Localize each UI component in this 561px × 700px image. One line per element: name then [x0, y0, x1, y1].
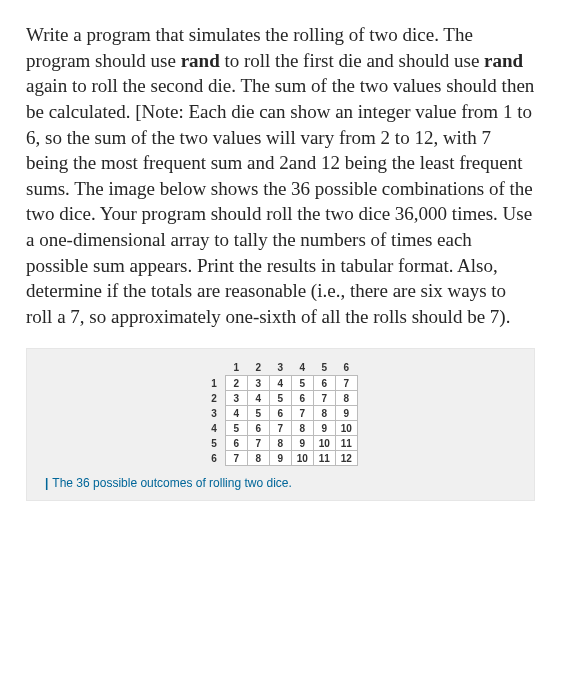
- row-header: 6: [203, 451, 225, 466]
- col-header: 6: [335, 361, 357, 376]
- col-header: 5: [313, 361, 335, 376]
- table-cell: 3: [247, 376, 269, 391]
- rand-keyword-1: rand: [181, 50, 220, 71]
- table-cell: 5: [225, 421, 247, 436]
- table-cell: 6: [313, 376, 335, 391]
- table-cell: 10: [335, 421, 357, 436]
- table-cell: 9: [291, 436, 313, 451]
- table-cell: 7: [247, 436, 269, 451]
- table-cell: 5: [291, 376, 313, 391]
- rand-keyword-2: rand: [484, 50, 523, 71]
- table-cell: 4: [269, 376, 291, 391]
- table-cell: 9: [313, 421, 335, 436]
- row-header: 2: [203, 391, 225, 406]
- col-header: 2: [247, 361, 269, 376]
- table-cell: 5: [269, 391, 291, 406]
- table-cell: 8: [291, 421, 313, 436]
- table-cell: 11: [313, 451, 335, 466]
- table-cell: 7: [335, 376, 357, 391]
- table-cell: 11: [335, 436, 357, 451]
- table-cell: 6: [247, 421, 269, 436]
- table-cell: 8: [313, 406, 335, 421]
- table-cell: 10: [313, 436, 335, 451]
- caption-text: The 36 possible outcomes of rolling two …: [52, 476, 291, 490]
- col-header: 1: [225, 361, 247, 376]
- table-cell: 10: [291, 451, 313, 466]
- table-cell: 7: [225, 451, 247, 466]
- table-cell: 8: [269, 436, 291, 451]
- table-cell: 9: [335, 406, 357, 421]
- row-header: 1: [203, 376, 225, 391]
- table-cell: 5: [247, 406, 269, 421]
- table-cell: 6: [225, 436, 247, 451]
- caption-bar-icon: |: [45, 476, 48, 490]
- row-header: 3: [203, 406, 225, 421]
- table-cell: 8: [335, 391, 357, 406]
- table-cell: 4: [247, 391, 269, 406]
- problem-part-1c: again to roll the second die. The sum of…: [26, 75, 534, 327]
- table-cell: 7: [291, 406, 313, 421]
- col-header: 3: [269, 361, 291, 376]
- row-header: 5: [203, 436, 225, 451]
- problem-statement: Write a program that simulates the rolli…: [26, 22, 535, 330]
- table-cell: 7: [313, 391, 335, 406]
- table-cell: 8: [247, 451, 269, 466]
- table-cell: 2: [225, 376, 247, 391]
- dice-sums-table: 1 2 3 4 5 6 1 2 3 4 5 6 7 2 3 4 5 6 7 8 …: [203, 361, 358, 467]
- table-cell: 6: [269, 406, 291, 421]
- table-cell: 7: [269, 421, 291, 436]
- figure-caption: |The 36 possible outcomes of rolling two…: [45, 476, 516, 490]
- table-cell: 9: [269, 451, 291, 466]
- row-header: 4: [203, 421, 225, 436]
- col-header: 4: [291, 361, 313, 376]
- problem-part-1b: to roll the first die and should use: [220, 50, 484, 71]
- table-cell: 12: [335, 451, 357, 466]
- figure-box: 1 2 3 4 5 6 1 2 3 4 5 6 7 2 3 4 5 6 7 8 …: [26, 348, 535, 502]
- table-cell: 3: [225, 391, 247, 406]
- table-cell: 6: [291, 391, 313, 406]
- table-cell: 4: [225, 406, 247, 421]
